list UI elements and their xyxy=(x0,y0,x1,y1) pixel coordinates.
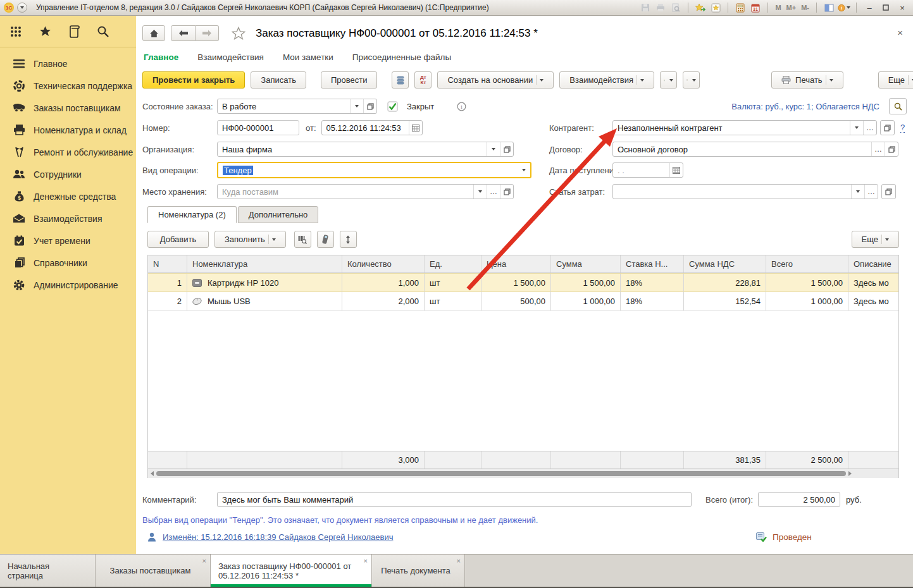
interactions-button[interactable]: Взаимодействия xyxy=(559,71,654,89)
favorite-star-icon[interactable] xyxy=(232,27,245,40)
storage-field[interactable]: Куда поставим … xyxy=(217,184,514,199)
scroll-left-icon[interactable] xyxy=(151,471,154,476)
preview-icon[interactable] xyxy=(669,2,682,13)
print-icon[interactable] xyxy=(654,2,667,13)
order-state-field[interactable]: В работе xyxy=(217,99,377,114)
organization-field[interactable]: Наша фирма xyxy=(217,142,514,157)
grand-total-field[interactable]: 2 500,00 xyxy=(758,492,840,507)
open-icon[interactable] xyxy=(500,142,513,156)
receipt-date-field[interactable]: . . xyxy=(612,162,683,178)
close-form-icon[interactable]: × xyxy=(897,27,903,38)
operation-type-field[interactable]: Тендер xyxy=(217,162,531,178)
tab-print-document[interactable]: Печать документа× xyxy=(372,554,465,587)
tab-my-notes[interactable]: Мои заметки xyxy=(283,52,333,62)
system-menu-button[interactable] xyxy=(17,3,27,13)
sidebar-item-interactions[interactable]: Взаимодействия xyxy=(0,207,136,230)
ellipsis-icon[interactable]: … xyxy=(871,142,885,156)
ellipsis-icon[interactable]: … xyxy=(487,185,500,199)
calc-m-plus-button[interactable]: M+ xyxy=(785,4,798,11)
calendar-titlebar-icon[interactable]: 31 xyxy=(749,2,762,13)
sidebar-item-money[interactable]: $ Денежные средства xyxy=(0,185,136,207)
contractor-help-link[interactable]: ? xyxy=(900,123,905,133)
tab-start-page[interactable]: Начальная страница xyxy=(0,554,96,587)
search-settings-button[interactable] xyxy=(889,98,907,114)
comment-field[interactable]: Здесь мог быть Ваш комментарий xyxy=(217,492,692,507)
modified-by-link[interactable]: Изменён: 15.12.2016 16:18:39 Сайдаков Се… xyxy=(163,532,393,542)
reports-structure-button[interactable] xyxy=(392,71,409,89)
write-button[interactable]: Записать xyxy=(251,71,306,89)
chevron-down-icon[interactable] xyxy=(850,121,863,135)
tab-main[interactable]: Главное xyxy=(144,52,178,62)
chevron-down-icon[interactable] xyxy=(473,185,487,199)
closed-checkbox[interactable] xyxy=(387,101,398,112)
maximize-button[interactable] xyxy=(879,2,893,13)
sidebar-item-time[interactable]: Учет времени xyxy=(0,230,136,252)
scrollbar-thumb[interactable] xyxy=(156,471,846,476)
close-tab-icon[interactable]: × xyxy=(364,557,368,565)
calc-m-button[interactable]: M xyxy=(774,4,782,11)
expense-item-field[interactable]: … xyxy=(612,184,878,199)
add-favorite-icon[interactable] xyxy=(694,2,707,13)
add-row-button[interactable]: Добавить xyxy=(147,231,209,248)
dt-kt-button[interactable]: ДтКт xyxy=(414,71,432,89)
sidebar-item-references[interactable]: Справочники xyxy=(0,252,136,274)
open-icon[interactable] xyxy=(880,120,895,135)
open-icon[interactable] xyxy=(363,99,376,113)
date-field[interactable]: 05.12.2016 11:24:53 xyxy=(321,120,423,135)
scanner-button[interactable] xyxy=(317,231,334,248)
close-window-button[interactable]: × xyxy=(895,2,909,13)
sidebar-item-administration[interactable]: Администрирование xyxy=(0,274,136,296)
minimize-button[interactable]: – xyxy=(862,2,876,13)
favorites-icon[interactable] xyxy=(709,2,722,13)
print-button[interactable]: Печать xyxy=(771,71,843,89)
sidebar-item-employees[interactable]: Сотрудники xyxy=(0,163,136,185)
tab-interactions[interactable]: Взаимодействия xyxy=(197,52,264,62)
chevron-down-icon[interactable] xyxy=(487,142,500,156)
reports-chart-button[interactable] xyxy=(683,71,700,89)
sidebar-item-tech-support[interactable]: Техническая поддержка xyxy=(0,75,136,97)
close-tab-icon[interactable]: × xyxy=(202,557,206,565)
close-tab-icon[interactable]: × xyxy=(457,557,461,565)
horizontal-scrollbar[interactable] xyxy=(148,469,898,478)
tab-nomenclature[interactable]: Номенклатура (2) xyxy=(147,206,237,223)
sidebar-item-repair[interactable]: Ремонт и обслуживание xyxy=(0,141,136,163)
more-button[interactable]: Еще xyxy=(878,71,913,89)
back-button[interactable] xyxy=(171,25,196,41)
chevron-down-icon[interactable] xyxy=(517,163,530,177)
save-icon[interactable] xyxy=(639,2,652,13)
open-icon[interactable] xyxy=(881,184,896,199)
tab-additional[interactable]: Дополнительно xyxy=(238,206,319,223)
tab-supplier-order-document[interactable]: Заказ поставщику НФ00-000001 от 05.12.20… xyxy=(211,554,372,587)
tab-attached-files[interactable]: Присоединенные файлы xyxy=(352,52,451,62)
ellipsis-icon[interactable]: … xyxy=(863,121,876,135)
info-icon[interactable]: i xyxy=(838,2,850,13)
number-field[interactable]: НФ00-000001 xyxy=(217,120,299,135)
table-more-button[interactable]: Еще xyxy=(852,231,899,248)
apps-menu-icon[interactable] xyxy=(9,25,23,39)
fill-button[interactable]: Заполнить xyxy=(214,231,286,248)
contractor-field[interactable]: Незаполненный контрагент … xyxy=(612,120,877,135)
history-icon[interactable] xyxy=(67,25,81,39)
ellipsis-icon[interactable]: … xyxy=(864,185,878,199)
tab-supplier-orders-list[interactable]: Заказы поставщикам× xyxy=(96,554,211,587)
sidebar-item-main[interactable]: Главное xyxy=(0,52,136,75)
chevron-down-icon[interactable] xyxy=(851,185,864,199)
tasks-button[interactable] xyxy=(660,71,677,89)
calendar-icon[interactable] xyxy=(669,163,683,177)
create-based-on-button[interactable]: Создать на основании xyxy=(437,71,554,89)
post-button[interactable]: Провести xyxy=(321,71,378,89)
calendar-icon[interactable] xyxy=(409,121,422,135)
split-window-icon[interactable] xyxy=(823,2,835,13)
open-icon[interactable] xyxy=(500,185,513,199)
calculator-icon[interactable] xyxy=(734,2,747,13)
open-icon[interactable] xyxy=(885,142,898,156)
info-hint-icon[interactable]: i xyxy=(457,102,466,111)
forward-button[interactable] xyxy=(196,25,219,41)
barcode-search-button[interactable] xyxy=(294,231,311,248)
row-height-button[interactable] xyxy=(340,231,357,248)
post-and-close-button[interactable]: Провести и закрыть xyxy=(142,71,245,89)
chevron-down-icon[interactable] xyxy=(350,99,363,113)
currency-info-link[interactable]: Валюта: руб., курс: 1; Облагается НДС xyxy=(731,102,879,111)
scroll-right-icon[interactable] xyxy=(848,471,852,476)
table-row[interactable]: 2 Мышь USB 2,000 шт 500,00 1 000,00 18% … xyxy=(148,292,898,311)
